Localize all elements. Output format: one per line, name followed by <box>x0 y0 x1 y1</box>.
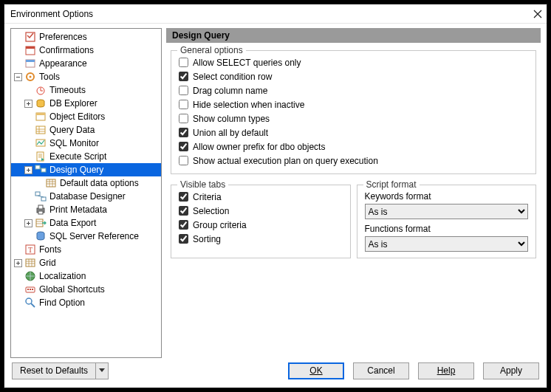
navigation-tree[interactable]: Preferences Confirmations Appearance Too… <box>10 28 162 358</box>
environment-options-dialog: Environment Options Preferences Confirma… <box>4 4 547 388</box>
localization-icon <box>24 270 36 282</box>
tree-item-global-shortcuts[interactable]: Global Shortcuts <box>11 283 161 296</box>
execute-script-icon <box>35 151 47 162</box>
general-options-legend: General options <box>177 45 246 55</box>
grid-icon <box>24 257 36 269</box>
checkbox-hide-selection-inactive[interactable]: Hide selection when inactive <box>179 97 528 111</box>
db-explorer-icon <box>35 97 47 109</box>
query-data-icon <box>35 124 47 136</box>
expand-icon[interactable] <box>24 100 32 108</box>
window-title: Environment Options <box>10 9 533 19</box>
checkbox-group-criteria[interactable]: Group criteria <box>179 218 343 232</box>
checkbox-allow-select-only[interactable]: Allow SELECT queries only <box>179 55 528 69</box>
fonts-icon: T <box>24 244 36 255</box>
sql-server-reference-icon <box>35 230 47 242</box>
global-shortcuts-icon <box>24 283 36 295</box>
svg-point-32 <box>26 298 32 304</box>
functions-format-label: Functions format <box>365 224 529 234</box>
tree-item-appearance[interactable]: Appearance <box>11 57 161 70</box>
functions-format-select[interactable]: As is <box>365 236 529 252</box>
timeouts-icon <box>35 84 47 96</box>
tree-item-query-data[interactable]: Query Data <box>11 123 161 137</box>
checkbox-select-condition-row[interactable]: Select condition row <box>179 69 528 83</box>
cancel-button[interactable]: Cancel <box>353 362 409 379</box>
svg-rect-21 <box>38 211 43 214</box>
tree-item-timeouts[interactable]: Timeouts <box>11 83 161 97</box>
tree-item-object-editors[interactable]: Object Editors <box>11 110 161 123</box>
reset-to-defaults-split: Reset to Defaults <box>12 362 109 379</box>
svg-rect-18 <box>41 197 46 201</box>
default-data-options-icon <box>45 177 57 189</box>
keywords-format-select[interactable]: As is <box>365 204 529 219</box>
tree-item-db-explorer[interactable]: DB Explorer <box>11 97 161 110</box>
titlebar: Environment Options <box>4 4 547 24</box>
design-query-icon <box>35 164 47 176</box>
ok-button[interactable]: OK <box>288 362 344 379</box>
collapse-icon[interactable] <box>14 73 22 81</box>
svg-rect-16 <box>47 179 55 187</box>
checkbox-allow-owner-prefix[interactable]: Allow owner prefix for dbo objects <box>179 140 528 154</box>
checkbox-show-exec-plan[interactable]: Show actual execution plan on query exec… <box>179 154 528 168</box>
tree-item-print-metadata[interactable]: Print Metadata <box>11 203 161 216</box>
checkbox-drag-column-name[interactable]: Drag column name <box>179 83 528 97</box>
svg-text:T: T <box>28 246 32 254</box>
svg-rect-26 <box>26 259 35 267</box>
svg-rect-10 <box>36 113 45 115</box>
svg-rect-22 <box>36 219 43 227</box>
checkbox-selection[interactable]: Selection <box>179 204 343 218</box>
expand-icon[interactable] <box>24 219 32 227</box>
reset-to-defaults-dropdown[interactable] <box>95 362 109 379</box>
find-option-icon <box>24 297 36 309</box>
help-button[interactable]: Help <box>418 362 474 379</box>
tools-icon <box>24 71 36 83</box>
script-format-group: Script format Keywords format As is Func… <box>357 185 537 258</box>
checkbox-union-all-default[interactable]: Union all by default <box>179 125 528 140</box>
print-metadata-icon <box>35 204 47 216</box>
tree-item-find-option[interactable]: Find Option <box>11 296 161 309</box>
close-button[interactable] <box>533 10 542 18</box>
checkbox-criteria[interactable]: Criteria <box>179 190 343 204</box>
svg-rect-14 <box>35 165 40 169</box>
preferences-icon <box>24 31 36 43</box>
button-bar: Reset to Defaults OK Cancel Help Apply <box>4 358 547 388</box>
keywords-format-label: Keywords format <box>365 191 529 202</box>
svg-rect-20 <box>38 205 43 209</box>
expand-icon[interactable] <box>24 166 32 174</box>
tree-item-sql-server-reference[interactable]: SQL Server Reference <box>11 230 161 243</box>
svg-rect-2 <box>26 47 35 49</box>
tree-item-localization[interactable]: Localization <box>11 269 161 283</box>
svg-rect-31 <box>32 289 33 290</box>
svg-point-6 <box>30 76 32 78</box>
svg-rect-4 <box>26 60 35 62</box>
reset-to-defaults-button[interactable]: Reset to Defaults <box>12 362 95 379</box>
database-designer-icon <box>35 190 47 202</box>
tree-item-default-data-options[interactable]: Default data options <box>11 176 161 190</box>
script-format-legend: Script format <box>363 179 420 190</box>
tree-item-design-query[interactable]: Design Query <box>11 163 161 176</box>
object-editors-icon <box>35 111 47 123</box>
tree-item-preferences[interactable]: Preferences <box>11 30 161 44</box>
tree-item-confirmations[interactable]: Confirmations <box>11 44 161 57</box>
appearance-icon <box>24 58 36 69</box>
svg-rect-17 <box>35 192 40 196</box>
visible-tabs-group: Visible tabs Criteria Selection Group cr… <box>171 185 351 258</box>
svg-rect-11 <box>36 126 45 134</box>
tree-item-tools[interactable]: Tools <box>11 70 161 83</box>
checkbox-sorting[interactable]: Sorting <box>179 232 343 246</box>
sql-monitor-icon <box>35 137 47 149</box>
general-options-group: General options Allow SELECT queries onl… <box>171 50 536 174</box>
tree-item-data-export[interactable]: Data Export <box>11 216 161 230</box>
svg-rect-29 <box>27 289 29 290</box>
tree-item-fonts[interactable]: TFonts <box>11 243 161 256</box>
checkbox-show-column-types[interactable]: Show column types <box>179 111 528 125</box>
tree-item-database-designer[interactable]: Database Designer <box>11 190 161 203</box>
tree-item-sql-monitor[interactable]: SQL Monitor <box>11 137 161 150</box>
section-header: Design Query <box>166 28 541 43</box>
content-area: Preferences Confirmations Appearance Too… <box>4 24 547 358</box>
expand-icon[interactable] <box>14 259 22 267</box>
tree-item-execute-script[interactable]: Execute Script <box>11 150 161 163</box>
apply-button[interactable]: Apply <box>483 362 539 379</box>
tree-item-grid[interactable]: Grid <box>11 256 161 269</box>
data-export-icon <box>35 217 47 229</box>
settings-pane: Design Query General options Allow SELEC… <box>166 28 541 358</box>
